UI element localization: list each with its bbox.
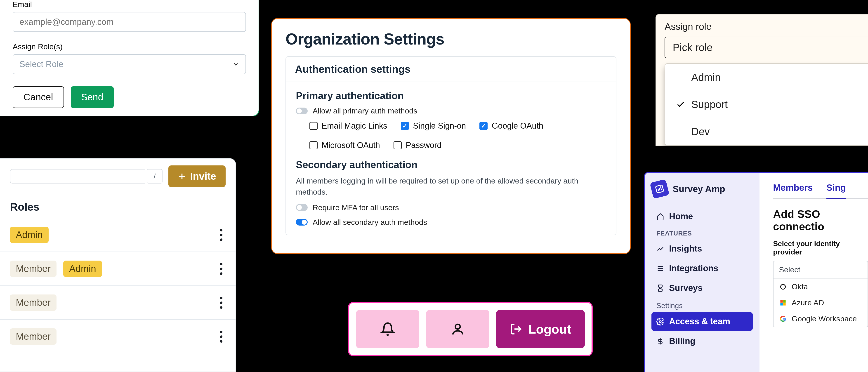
svg-line-5 (658, 189, 659, 191)
svg-point-2 (455, 324, 460, 329)
allow-all-primary-label: Allow all primary auth methods (313, 106, 417, 115)
idp-select[interactable]: Select Okta Azure AD Google Workspace (773, 261, 868, 327)
role-select-placeholder: Select Role (20, 59, 63, 69)
page-title: Organization Settings (285, 30, 616, 48)
assign-role-select[interactable]: Pick role (664, 37, 868, 58)
roles-heading: Roles (10, 201, 225, 213)
assign-role-option[interactable]: Support (665, 91, 868, 118)
role-badge-admin: Admin (10, 227, 49, 243)
logout-label: Logout (528, 322, 571, 337)
email-label: Email (13, 0, 246, 9)
assign-role-panel: Assign role Pick role Admin Support Dev (655, 14, 868, 146)
allow-all-secondary-label: Allow all secondary auth methods (313, 218, 427, 227)
row-actions-button[interactable] (217, 331, 225, 343)
svg-point-11 (659, 320, 661, 322)
svg-rect-14 (780, 300, 783, 303)
nav-section-label: Settings (656, 302, 753, 310)
require-mfa-toggle[interactable] (296, 204, 308, 211)
tabs: Members Sing (773, 183, 868, 199)
allow-all-primary-toggle[interactable] (296, 107, 308, 114)
profile-button[interactable] (426, 310, 489, 348)
logout-button[interactable]: Logout (496, 310, 585, 348)
microsoft-icon (779, 299, 787, 307)
invite-button[interactable]: Invite (168, 165, 225, 187)
tab-members[interactable]: Members (773, 183, 813, 198)
assign-roles-label: Assign Role(s) (13, 42, 246, 51)
dollar-icon (656, 337, 664, 345)
svg-rect-17 (783, 303, 786, 306)
secondary-auth-heading: Secondary authentication (296, 159, 606, 170)
row-actions-button[interactable] (217, 297, 225, 309)
role-row: Member Admin (10, 252, 225, 285)
role-row: Admin (10, 218, 225, 252)
app-name: Survey Amp (673, 184, 725, 194)
assign-role-label: Assign role (664, 21, 868, 32)
roles-panel: / Invite Roles Admin Member Admin (0, 158, 236, 372)
nav-billing[interactable]: Billing (651, 332, 753, 350)
notifications-button[interactable] (356, 310, 419, 348)
keyboard-shortcut-hint: / (147, 169, 162, 184)
allow-all-secondary-toggle[interactable] (296, 219, 308, 225)
home-icon (656, 213, 664, 220)
svg-line-7 (660, 186, 661, 190)
logout-icon (510, 323, 522, 335)
surveys-icon (656, 284, 664, 292)
idp-option-google[interactable]: Google Workspace (774, 311, 868, 327)
nav-section-label: FEATURES (656, 230, 753, 237)
primary-methods-list: Email Magic Links Single Sign-on Google … (296, 121, 606, 150)
sidebar: Survey Amp Home FEATURES Insights Integr… (645, 173, 760, 372)
nav-home[interactable]: Home (651, 207, 753, 226)
auth-method-checkbox[interactable]: Password (394, 141, 441, 150)
authentication-settings-card: Authentication settings Primary authenti… (285, 56, 616, 235)
nav-surveys[interactable]: Surveys (651, 279, 753, 298)
role-badge-member: Member (10, 329, 57, 345)
nav-integrations[interactable]: Integrations (651, 259, 753, 278)
google-icon (779, 315, 787, 323)
role-row: Member (10, 286, 225, 319)
search-input[interactable] (10, 169, 145, 184)
assign-role-menu: Admin Support Dev (664, 63, 868, 146)
idp-option-azure[interactable]: Azure AD (774, 295, 868, 311)
auth-method-checkbox[interactable]: Google OAuth (479, 121, 543, 131)
check-icon (675, 100, 686, 109)
auth-method-checkbox[interactable]: Single Sign-on (401, 121, 466, 131)
auth-method-checkbox[interactable]: Email Magic Links (309, 121, 387, 131)
sso-sublabel: Select your identity provider (773, 240, 868, 256)
role-row: Member (10, 320, 225, 353)
integrations-icon (656, 265, 664, 272)
role-select[interactable]: Select Role (13, 54, 246, 74)
assign-role-placeholder: Pick role (673, 41, 712, 54)
nav-insights[interactable]: Insights (651, 239, 753, 258)
invite-button-label: Invite (190, 170, 216, 182)
roles-list: Admin Member Admin Member Member (10, 218, 225, 353)
logo-icon (650, 179, 669, 199)
role-badge-admin: Admin (63, 260, 102, 277)
invite-user-panel: Email Assign Role(s) Select Role Cancel … (0, 0, 259, 116)
organization-settings-panel: Organization Settings Authentication set… (271, 18, 631, 254)
nav-access-team[interactable]: Access & team (651, 312, 753, 331)
survey-amp-app: Survey Amp Home FEATURES Insights Integr… (644, 172, 868, 372)
assign-role-option[interactable]: Dev (665, 118, 868, 145)
idp-option-okta[interactable]: Okta (774, 279, 868, 295)
plus-icon (178, 172, 186, 180)
main-content: Members Sing Add SSO connectio Select yo… (760, 173, 868, 372)
role-badge-member: Member (10, 294, 57, 311)
sso-heading: Add SSO connectio (773, 208, 868, 233)
require-mfa-label: Require MFA for all users (313, 203, 399, 212)
okta-icon (779, 283, 787, 291)
svg-line-6 (659, 188, 660, 190)
user-icon (451, 322, 465, 336)
tab-single-sign-on[interactable]: Sing (827, 183, 846, 199)
chevron-down-icon (232, 61, 239, 68)
secondary-auth-description: All members logging in will be required … (296, 175, 606, 198)
auth-method-checkbox[interactable]: Microsoft OAuth (309, 141, 380, 150)
send-button[interactable]: Send (71, 86, 114, 108)
email-input[interactable] (13, 12, 246, 32)
svg-point-13 (781, 284, 785, 289)
svg-rect-16 (780, 303, 783, 306)
row-actions-button[interactable] (217, 229, 225, 241)
assign-role-option[interactable]: Admin (665, 64, 868, 91)
bell-icon (380, 322, 395, 336)
cancel-button[interactable]: Cancel (13, 86, 64, 108)
row-actions-button[interactable] (217, 263, 225, 275)
